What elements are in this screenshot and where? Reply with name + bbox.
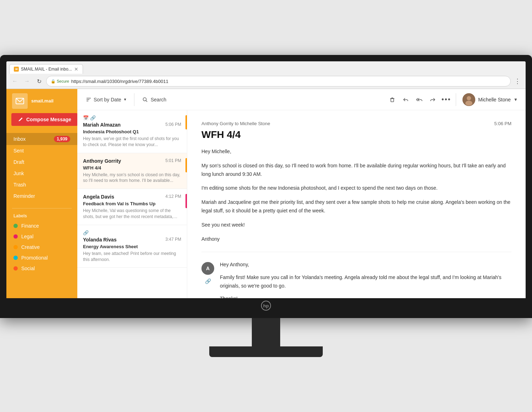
monitor-frame: ✉ SMAIL.MAIL - Email inbo... ✕ ← → ↻ 🔒 S… — [0, 55, 532, 318]
body-para-1: My son's school is closed on this day, s… — [201, 162, 511, 179]
svg-point-13 — [465, 101, 472, 106]
sidebar-item-reminder[interactable]: Reminder — [6, 190, 77, 202]
screen: ✉ SMAIL.MAIL - Email inbo... ✕ ← → ↻ 🔒 S… — [6, 61, 526, 318]
body-para-2: I'm editing some shots for the new Indon… — [201, 184, 511, 193]
search-button[interactable]: Search — [137, 94, 171, 105]
email-viewer: Anthony Gorrity to Michelle Stone 5:06 P… — [187, 110, 526, 298]
logo-text: smail.mail — [31, 98, 54, 104]
avatar — [462, 93, 475, 106]
reply-button[interactable] — [399, 93, 412, 106]
email-item-2[interactable]: Angela Davis 4:12 PM Feedback from Val i… — [77, 189, 187, 225]
email-time-2: 4:12 PM — [165, 194, 181, 199]
reply-all-button[interactable] — [412, 93, 426, 106]
sort-button[interactable]: Sort by Date ▼ — [82, 94, 131, 105]
tab-bar: ✉ SMAIL.MAIL - Email inbo... ✕ — [6, 61, 526, 74]
delete-button[interactable] — [386, 93, 399, 106]
back-button[interactable]: ← — [10, 76, 20, 86]
url-text: https://smail.mail/10300/nrgdrive/77389.… — [71, 79, 168, 84]
sidebar-item-draft[interactable]: Draft — [6, 156, 77, 168]
svg-point-4 — [143, 98, 146, 101]
label-finance[interactable]: Finance — [6, 221, 77, 231]
sidebar-item-sent[interactable]: Sent — [6, 145, 77, 156]
user-profile[interactable]: Michelle Stone ▼ — [459, 92, 521, 107]
email-preview-0: Hey team, we've got the first round of s… — [83, 136, 181, 148]
label-dot-promotional — [13, 256, 18, 260]
tab-close-button[interactable]: ✕ — [74, 67, 78, 72]
tab-favicon: ✉ — [14, 67, 19, 72]
email-preview-2: Hey Michelle, Val was questioning some o… — [83, 208, 181, 220]
email-sender-1: Anthony Gorrity — [83, 158, 121, 164]
main-content: 📅 🔗 Mariah Almazan 5:06 PM Indonesia Pho… — [77, 110, 526, 298]
browser-menu-button[interactable]: ⋮ — [513, 77, 522, 85]
label-dot-legal — [13, 234, 18, 239]
email-indicator-0 — [185, 115, 187, 129]
app-layout: smail.mail Compose Message — [6, 89, 526, 298]
body-para-4: See you next week! — [201, 221, 511, 229]
nav-bar: ← → ↻ 🔒 Secure https://smail.mail/10300/… — [6, 74, 526, 89]
email-sender-3: Yolanda Rivas — [83, 237, 117, 243]
tab-title: SMAIL.MAIL - Email inbo... — [21, 67, 72, 72]
user-menu-chevron-icon: ▼ — [514, 97, 518, 102]
reply-avatar: A — [201, 262, 214, 275]
toolbar-divider-1 — [134, 93, 134, 106]
body-para-0: Hey Michelle, — [201, 147, 511, 156]
forward-button[interactable] — [426, 93, 439, 106]
monitor-stand-neck — [252, 318, 280, 346]
email-body: Hey Michelle, My son's school is closed … — [201, 147, 511, 243]
forward-button[interactable]: → — [22, 76, 32, 86]
labels-list: Finance Legal Creative Promotional — [6, 221, 77, 274]
svg-rect-1 — [87, 98, 91, 99]
address-bar[interactable]: 🔒 Secure https://smail.mail/10300/nrgdri… — [46, 76, 511, 87]
main-toolbar: Sort by Date ▼ Search — [77, 89, 526, 110]
email-list: 📅 🔗 Mariah Almazan 5:06 PM Indonesia Pho… — [77, 110, 187, 298]
svg-rect-2 — [87, 99, 89, 100]
inbox-badge: 1,939 — [54, 136, 70, 142]
browser-tab-active[interactable]: ✉ SMAIL.MAIL - Email inbo... ✕ — [9, 64, 83, 74]
email-item-0[interactable]: 📅 🔗 Mariah Almazan 5:06 PM Indonesia Pho… — [77, 110, 187, 153]
labels-header: Labels — [6, 211, 77, 221]
email-time-3: 3:47 PM — [165, 237, 181, 242]
email-subject-0: Indonesia Photoshoot Q1 — [83, 129, 181, 134]
reply-para-1: Thanks! — [220, 295, 511, 298]
label-promotional[interactable]: Promotional — [6, 252, 77, 263]
email-icons-3: 🔗 — [83, 230, 181, 235]
email-view-subject: WFH 4/4 — [201, 129, 511, 140]
email-indicator-2 — [185, 194, 187, 208]
reply-para-0: Family first! Make sure you call in for … — [220, 273, 511, 290]
sidebar-item-inbox[interactable]: Inbox 1,939 — [6, 133, 77, 145]
more-actions-button[interactable]: ••• — [439, 93, 453, 106]
label-legal[interactable]: Legal — [6, 231, 77, 242]
sort-chevron-icon: ▼ — [123, 98, 127, 101]
sidebar-item-trash[interactable]: Trash — [6, 179, 77, 190]
reply-body: Hey Anthony, Family first! Make sure you… — [220, 261, 511, 298]
attachment-reply-icon: 🔗 — [205, 278, 211, 284]
email-from-to: Anthony Gorrity to Michelle Stone — [201, 121, 270, 126]
reload-button[interactable]: ↻ — [34, 76, 44, 86]
monitor-shell: ✉ SMAIL.MAIL - Email inbo... ✕ ← → ↻ 🔒 S… — [0, 55, 532, 357]
secure-badge: 🔒 Secure — [51, 79, 69, 84]
email-item-1[interactable]: Anthony Gorrity 5:01 PM WFH 4/4 Hey Mich… — [77, 153, 187, 189]
calendar-icon: 📅 — [83, 115, 89, 121]
label-social[interactable]: Social — [6, 263, 77, 274]
svg-line-5 — [146, 100, 147, 102]
email-time-1: 5:01 PM — [165, 158, 181, 163]
email-view-time: 5:06 PM — [494, 121, 511, 126]
label-dot-finance — [13, 224, 18, 228]
sidebar: smail.mail Compose Message — [6, 89, 77, 298]
email-subject-1: WFH 4/4 — [83, 165, 181, 171]
compose-button[interactable]: Compose Message — [11, 113, 78, 126]
email-subject-3: Energy Awareness Sheet — [83, 244, 181, 249]
label-dot-social — [13, 266, 18, 271]
sidebar-item-junk[interactable]: Junk — [6, 168, 77, 179]
email-time-0: 5:06 PM — [165, 122, 181, 127]
svg-text:hp: hp — [263, 303, 269, 308]
monitor-stand-base — [209, 346, 323, 357]
sidebar-nav: Inbox 1,939 Sent Draft Junk — [6, 129, 77, 205]
email-preview-3: Hey team, see attached! Print before our… — [83, 251, 181, 263]
label-dot-creative — [13, 245, 18, 249]
svg-rect-6 — [391, 99, 394, 102]
label-creative[interactable]: Creative — [6, 242, 77, 252]
attachment-icon: 🔗 — [90, 115, 96, 121]
logo-icon — [12, 93, 28, 109]
email-item-3[interactable]: 🔗 Yolanda Rivas 3:47 PM Energy Awareness… — [77, 225, 187, 268]
